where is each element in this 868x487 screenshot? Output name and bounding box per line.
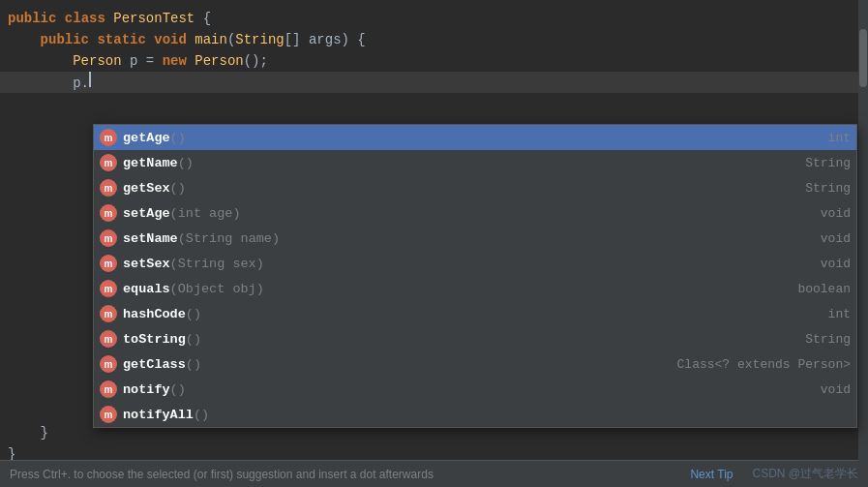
ac-icon-method: m <box>100 355 117 373</box>
ac-label: notify() <box>123 382 773 397</box>
watermark-text: CSDN @过气老学长 <box>752 466 858 482</box>
code-line-1: public class PersonTest { <box>0 8 868 29</box>
ac-label: getAge() <box>123 131 773 145</box>
ac-icon-method: m <box>100 154 117 171</box>
ac-type: Class<? extends Person> <box>670 357 851 372</box>
ac-icon-method: m <box>100 330 117 348</box>
ac-type: String <box>773 332 851 347</box>
ac-label: getSex() <box>123 181 773 196</box>
ac-icon-method: m <box>100 229 117 247</box>
ac-item-notify[interactable]: m notify() void <box>94 377 856 402</box>
autocomplete-dropdown: m getAge() int m getName() String m getS… <box>93 124 857 428</box>
ac-item-getSex[interactable]: m getSex() String <box>94 175 856 200</box>
status-bar: Press Ctrl+. to choose the selected (or … <box>0 460 868 487</box>
ac-type: void <box>773 231 851 246</box>
ac-label: getClass() <box>123 357 670 372</box>
ac-type: void <box>773 206 851 221</box>
ac-icon-method: m <box>100 129 117 146</box>
ac-item-getAge[interactable]: m getAge() int <box>94 125 856 150</box>
ac-label: getName() <box>123 156 773 170</box>
ac-type: String <box>773 156 851 170</box>
ac-icon-method: m <box>100 204 117 222</box>
scrollbar[interactable] <box>858 0 868 487</box>
ac-item-getClass[interactable]: m getClass() Class<? extends Person> <box>94 351 856 377</box>
ac-label: toString() <box>123 332 773 347</box>
ac-icon-method: m <box>100 280 117 297</box>
ac-icon-method: m <box>100 305 117 322</box>
ac-icon-method: m <box>100 179 117 197</box>
code-line-2: public static void main ( String [] args… <box>0 29 868 50</box>
ac-icon-method: m <box>100 380 117 398</box>
ac-item-setSex[interactable]: m setSex(String sex) void <box>94 251 856 276</box>
ac-type: int <box>773 131 851 145</box>
ac-type: boolean <box>773 282 851 296</box>
ac-label: setAge(int age) <box>123 206 773 221</box>
tip-text: Press Ctrl+. to choose the selected (or … <box>10 468 686 481</box>
ac-type: int <box>773 307 851 321</box>
scrollbar-thumb[interactable] <box>859 29 867 87</box>
ac-icon-method: m <box>100 406 117 423</box>
ac-type: String <box>773 181 851 196</box>
ac-item-notifyAll[interactable]: m notifyAll() <box>94 402 856 427</box>
next-tip-button[interactable]: Next Tip <box>690 468 733 481</box>
ac-item-hashCode[interactable]: m hashCode() int <box>94 301 856 326</box>
ac-label: equals(Object obj) <box>123 282 773 296</box>
ac-item-setAge[interactable]: m setAge(int age) void <box>94 200 856 226</box>
ac-type: void <box>773 382 851 397</box>
text-cursor <box>89 72 91 87</box>
ac-item-toString[interactable]: m toString() String <box>94 326 856 351</box>
ac-label: setName(String name) <box>123 231 773 246</box>
ac-item-getName[interactable]: m getName() String <box>94 150 856 175</box>
editor-area: public class PersonTest { public static … <box>0 0 868 472</box>
ac-label: setSex(String sex) <box>123 257 773 271</box>
ac-icon-method: m <box>100 255 117 272</box>
ac-type: void <box>773 257 851 271</box>
code-line-cursor: p. <box>0 72 868 93</box>
code-line-3: Person p = new Person (); <box>0 50 868 72</box>
ac-item-setName[interactable]: m setName(String name) void <box>94 226 856 251</box>
ac-item-equals[interactable]: m equals(Object obj) boolean <box>94 276 856 301</box>
ac-label: notifyAll() <box>123 408 773 422</box>
ac-label: hashCode() <box>123 307 773 321</box>
